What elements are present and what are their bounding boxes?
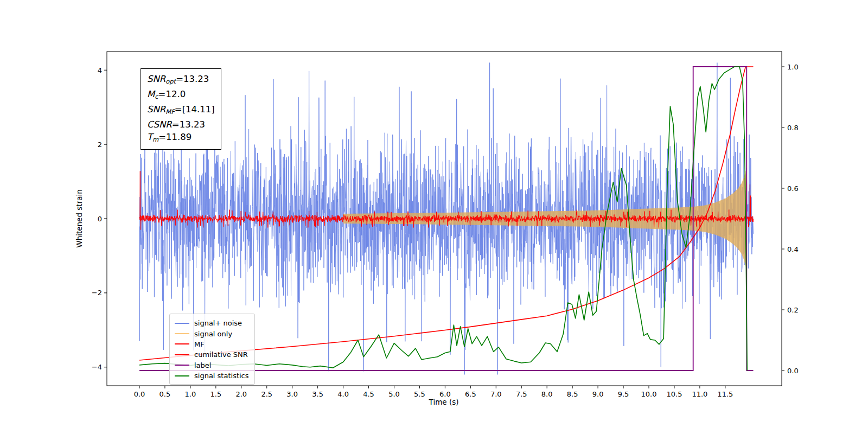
legend: signal+ noise signal only MF cumilative … — [169, 314, 255, 385]
y-axis-label-left: Whitened strain — [75, 189, 84, 247]
x-tick-label: 6.5 — [465, 390, 476, 398]
x-tick-label: 9.5 — [618, 390, 629, 398]
x-tick-label: 7.5 — [516, 390, 527, 398]
legend-item-signal-only: signal only — [175, 328, 249, 339]
x-tick-label: 5.5 — [414, 390, 425, 398]
legend-item-label: label — [175, 360, 249, 371]
y-tick-label-left: −4 — [92, 363, 102, 371]
figure-root: 0.00.51.01.52.02.53.03.54.04.55.05.56.06… — [0, 0, 868, 434]
annotation-line: Mc=12.0 — [147, 88, 215, 103]
x-tick-label: 5.0 — [388, 390, 400, 398]
x-tick-label: 10.0 — [641, 390, 657, 398]
legend-label-signal-only: signal only — [194, 330, 232, 338]
x-tick-label: 1.0 — [185, 390, 196, 398]
annotation-line: SNRopt=13.23 — [147, 73, 215, 88]
annotation-line: CSNR=13.23 — [147, 118, 215, 131]
x-tick-label: 8.0 — [541, 390, 553, 398]
y-tick-label-left: 2 — [98, 141, 102, 149]
y-tick-label-left: −2 — [92, 289, 102, 297]
legend-label-label: label — [194, 361, 211, 369]
y-tick-label-left: 0 — [98, 215, 102, 223]
legend-label-mf: MF — [194, 340, 205, 348]
x-tick-label: 4.0 — [337, 390, 349, 398]
y-tick-label-right: 1.0 — [787, 63, 799, 71]
x-axis-label: Time (s) — [429, 398, 459, 406]
legend-item-signal-statistics: signal statistics — [175, 371, 249, 381]
legend-item-signal-noise: signal+ noise — [175, 318, 249, 328]
annotation-line: SNRMF=[14.11] — [147, 103, 215, 118]
x-tick-label: 10.5 — [666, 390, 682, 398]
y-tick-label-right: 0.2 — [787, 306, 799, 314]
y-tick-label-right: 0.4 — [787, 245, 799, 253]
x-tick-label: 2.5 — [261, 390, 272, 398]
legend-swatch-signal-statistics — [175, 375, 189, 376]
x-tick-label: 7.0 — [490, 390, 502, 398]
y-tick-label-right: 0.8 — [787, 124, 799, 132]
x-tick-label: 8.5 — [567, 390, 578, 398]
legend-item-cumulative-snr: cumilative SNR — [175, 349, 249, 360]
annotation-box: SNRopt=13.23Mc=12.0SNRMF=[14.11]CSNR=13.… — [141, 68, 221, 150]
x-tick-label: 4.5 — [363, 390, 374, 398]
x-tick-label: 3.0 — [286, 390, 298, 398]
x-tick-label: 11.0 — [692, 390, 707, 398]
x-tick-label: 0.5 — [159, 390, 171, 398]
legend-swatch-signal-only — [175, 333, 189, 334]
legend-swatch-mf — [175, 343, 189, 344]
annotation-line: Tm=11.89 — [147, 131, 215, 146]
legend-label-cumulative-snr: cumilative SNR — [194, 350, 248, 359]
legend-label-signal-noise: signal+ noise — [194, 319, 242, 327]
legend-label-signal-statistics: signal statistics — [194, 372, 249, 380]
y-tick-label-left: 4 — [98, 66, 102, 74]
x-tick-label: 1.5 — [210, 390, 222, 398]
plot-canvas: 0.00.51.01.52.02.53.03.54.04.55.05.56.06… — [0, 0, 868, 434]
x-tick-label: 2.0 — [235, 390, 247, 398]
y-tick-label-right: 0.6 — [787, 184, 799, 193]
y-tick-label-right: 0.0 — [787, 367, 799, 375]
x-tick-label: 6.0 — [439, 390, 451, 398]
x-tick-label: 3.5 — [312, 390, 323, 398]
legend-swatch-cumulative-snr — [175, 354, 189, 355]
legend-item-mf: MF — [175, 339, 249, 349]
x-tick-label: 0.0 — [134, 390, 145, 398]
legend-swatch-label — [175, 365, 189, 366]
x-tick-label: 11.5 — [717, 390, 733, 398]
x-tick-label: 9.0 — [592, 390, 604, 398]
legend-swatch-signal-noise — [175, 323, 189, 324]
